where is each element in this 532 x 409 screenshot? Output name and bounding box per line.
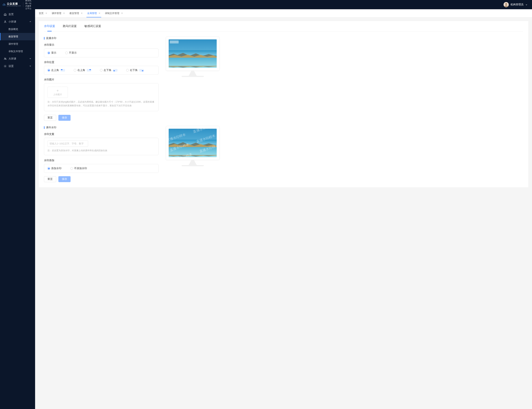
chevron-down-icon — [29, 57, 31, 60]
field-label-display: 水印显示 — [44, 43, 159, 46]
svg-point-0 — [5, 21, 6, 22]
svg-point-2 — [5, 58, 6, 59]
inner-tab-sensitive[interactable]: 敏感词汇设置 — [84, 21, 101, 31]
avatar — [504, 2, 509, 7]
field-label-image: 水印图片 — [44, 78, 159, 81]
tab-classroom[interactable]: 教室管理✕ — [67, 9, 85, 17]
pos-preview-icon — [87, 69, 91, 71]
radio-pos-tr[interactable]: 右上角 — [74, 69, 91, 72]
plus-icon: ＋ — [56, 89, 60, 92]
close-icon[interactable]: ✕ — [121, 12, 123, 14]
pos-preview-icon — [113, 69, 117, 71]
sidebar-item-home[interactable]: 首页 — [0, 11, 35, 18]
watermark-text-input[interactable] — [47, 140, 88, 147]
home-icon — [4, 13, 7, 16]
close-icon[interactable]: ✕ — [63, 12, 65, 14]
tabs-bar: 首页✕ 课件管理✕ 教室管理✕ 全局管理✕ 录制文件管理✕ — [35, 9, 532, 17]
field-label-position: 水印位置 — [44, 61, 159, 64]
logo-mark-icon — [3, 2, 5, 7]
svg-point-1 — [4, 58, 5, 59]
sidebar-item-label: 小班课 — [9, 20, 16, 23]
svg-point-5 — [505, 3, 507, 5]
svg-point-3 — [5, 66, 6, 66]
user-menu[interactable]: 机构管理员 — [504, 2, 528, 7]
sidebar-item-recordings[interactable]: 录制文件管理 — [0, 48, 35, 55]
tab-home[interactable]: 首页✕ — [36, 9, 50, 17]
sidebar-item-courseware[interactable]: 课件管理 — [0, 40, 35, 48]
radio-add-no[interactable]: 不添加水印 — [70, 167, 87, 170]
preview-monitor-courseware: 直播水印样本 直播水印样本 直播水印样本 直播水印样本 直播水印样本 直播水印样… — [166, 126, 219, 166]
pos-preview-icon — [139, 69, 144, 71]
upload-note: 注：水印只支持png格式图片，且必须为透明底。建议最佳图片尺寸：174*80，大… — [47, 100, 155, 108]
watermark-chip-preview — [170, 40, 179, 43]
class-big-icon — [4, 57, 7, 60]
tab-recordings[interactable]: 录制文件管理✕ — [103, 9, 125, 17]
save-button-live[interactable]: 保存 — [58, 115, 71, 121]
sidebar-item-label: 录制文件管理 — [9, 50, 23, 53]
text-note: 注：若设置为添加水印，对直播上传的课件和生成的回放生效 — [47, 149, 155, 152]
gear-icon — [4, 65, 7, 68]
user-name: 机构管理员 — [511, 3, 523, 6]
field-label-add: 水印添加 — [44, 159, 159, 162]
sidebar-item-small-class[interactable]: 小班课 — [0, 18, 35, 26]
brand-logo: 云朵直播 yunduoketang.com 教育机构一站 式服务云平台 — [0, 0, 35, 9]
reset-button-live[interactable]: 重置 — [44, 115, 56, 121]
radio-pos-bl[interactable]: 左下角 — [100, 69, 117, 72]
sidebar-item-label: 数据概览 — [9, 28, 18, 31]
section-title-courseware: 课件水印 — [44, 126, 159, 129]
chevron-up-icon — [29, 20, 31, 23]
chevron-down-icon — [525, 3, 528, 6]
inner-tab-watermark[interactable]: 水印设置 — [44, 21, 55, 31]
tab-global[interactable]: 全局管理✕ — [85, 9, 103, 17]
sidebar-item-label: 课件管理 — [9, 42, 18, 46]
close-icon[interactable]: ✕ — [81, 12, 83, 14]
radio-display-hide[interactable]: 不显示 — [65, 51, 77, 55]
sidebar-item-big-class[interactable]: 大班课 — [0, 55, 35, 63]
radio-pos-tl[interactable]: 左上角 — [47, 69, 65, 72]
radio-pos-br[interactable]: 右下角 — [126, 69, 144, 72]
save-button-courseware[interactable]: 保存 — [58, 176, 71, 182]
radio-display-show[interactable]: 显示 — [47, 51, 56, 55]
sidebar-item-overview[interactable]: 数据概览 — [0, 26, 35, 33]
sidebar-item-label: 教室管理 — [9, 35, 18, 38]
inner-tab-marquee[interactable]: 跑马灯设置 — [63, 21, 77, 31]
field-label-text: 水印文案 — [44, 133, 159, 136]
section-title-live: 直播水印 — [44, 37, 159, 40]
sidebar-item-settings[interactable]: 设置 — [0, 63, 35, 70]
sidebar-item-classroom[interactable]: 教室管理 — [0, 33, 35, 40]
reset-button-courseware[interactable]: 重置 — [44, 176, 56, 182]
upload-image-button[interactable]: ＋ 上传图片 — [47, 87, 68, 98]
sidebar-item-label: 首页 — [9, 13, 14, 16]
close-icon[interactable]: ✕ — [45, 12, 47, 14]
tab-courseware[interactable]: 课件管理✕ — [50, 9, 67, 17]
class-icon — [4, 20, 7, 23]
close-icon[interactable]: ✕ — [98, 12, 100, 14]
chevron-down-icon — [29, 65, 31, 68]
preview-monitor-live — [166, 37, 219, 77]
sidebar-item-label: 设置 — [9, 65, 14, 68]
sidebar-item-label: 大班课 — [9, 57, 16, 60]
pos-preview-icon — [61, 69, 65, 71]
radio-add-yes[interactable]: 添加水印 — [47, 167, 62, 170]
